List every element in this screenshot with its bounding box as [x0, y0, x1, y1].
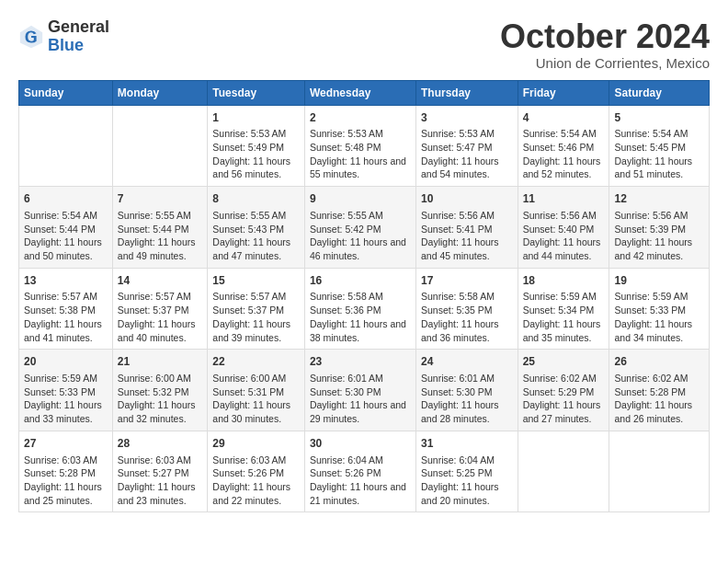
calendar-table: SundayMondayTuesdayWednesdayThursdayFrid… [18, 80, 710, 513]
day-info: Sunrise: 6:02 AM Sunset: 5:28 PM Dayligh… [614, 372, 704, 426]
day-number: 22 [212, 354, 300, 370]
day-info: Sunrise: 6:04 AM Sunset: 5:26 PM Dayligh… [310, 454, 411, 508]
day-cell: 27Sunrise: 6:03 AM Sunset: 5:28 PM Dayli… [19, 431, 113, 512]
day-cell: 31Sunrise: 6:04 AM Sunset: 5:25 PM Dayli… [415, 431, 518, 512]
day-number: 4 [523, 110, 605, 126]
day-cell: 23Sunrise: 6:01 AM Sunset: 5:30 PM Dayli… [304, 350, 415, 431]
day-cell: 24Sunrise: 6:01 AM Sunset: 5:30 PM Dayli… [415, 350, 518, 431]
day-number: 19 [614, 273, 704, 289]
logo: General Blue [18, 18, 109, 55]
day-cell: 12Sunrise: 5:56 AM Sunset: 5:39 PM Dayli… [609, 187, 710, 269]
day-cell [19, 105, 113, 187]
day-cell [518, 431, 609, 512]
day-cell: 28Sunrise: 6:03 AM Sunset: 5:27 PM Dayli… [112, 431, 208, 512]
day-number: 10 [421, 191, 513, 207]
day-info: Sunrise: 5:55 AM Sunset: 5:43 PM Dayligh… [212, 209, 300, 263]
day-header-thursday: Thursday [415, 80, 518, 105]
day-number: 5 [614, 110, 704, 126]
day-cell: 29Sunrise: 6:03 AM Sunset: 5:26 PM Dayli… [208, 431, 305, 512]
week-row-2: 6Sunrise: 5:54 AM Sunset: 5:44 PM Daylig… [19, 187, 710, 269]
day-info: Sunrise: 5:54 AM Sunset: 5:46 PM Dayligh… [523, 127, 605, 181]
day-info: Sunrise: 5:56 AM Sunset: 5:40 PM Dayligh… [523, 209, 605, 263]
week-row-3: 13Sunrise: 5:57 AM Sunset: 5:38 PM Dayli… [19, 268, 710, 350]
day-number: 27 [24, 436, 108, 452]
day-info: Sunrise: 5:53 AM Sunset: 5:48 PM Dayligh… [310, 127, 411, 181]
day-number: 31 [421, 436, 513, 452]
day-number: 11 [523, 191, 605, 207]
day-header-saturday: Saturday [609, 80, 710, 105]
day-cell: 13Sunrise: 5:57 AM Sunset: 5:38 PM Dayli… [19, 268, 113, 350]
week-row-1: 1Sunrise: 5:53 AM Sunset: 5:49 PM Daylig… [19, 105, 710, 187]
day-cell: 4Sunrise: 5:54 AM Sunset: 5:46 PM Daylig… [518, 105, 609, 187]
day-number: 1 [212, 110, 300, 126]
day-info: Sunrise: 5:56 AM Sunset: 5:41 PM Dayligh… [421, 209, 513, 263]
day-number: 6 [24, 191, 108, 207]
day-cell: 6Sunrise: 5:54 AM Sunset: 5:44 PM Daylig… [19, 187, 113, 269]
day-number: 2 [310, 110, 411, 126]
day-number: 20 [24, 354, 108, 370]
day-number: 18 [523, 273, 605, 289]
day-info: Sunrise: 5:57 AM Sunset: 5:37 PM Dayligh… [212, 290, 300, 344]
day-cell: 18Sunrise: 5:59 AM Sunset: 5:34 PM Dayli… [518, 268, 609, 350]
day-info: Sunrise: 5:58 AM Sunset: 5:35 PM Dayligh… [421, 290, 513, 344]
day-cell: 25Sunrise: 6:02 AM Sunset: 5:29 PM Dayli… [518, 350, 609, 431]
calendar-header: SundayMondayTuesdayWednesdayThursdayFrid… [19, 80, 710, 105]
day-info: Sunrise: 6:02 AM Sunset: 5:29 PM Dayligh… [523, 372, 605, 426]
day-cell: 1Sunrise: 5:53 AM Sunset: 5:49 PM Daylig… [208, 105, 305, 187]
week-row-4: 20Sunrise: 5:59 AM Sunset: 5:33 PM Dayli… [19, 350, 710, 431]
day-cell [609, 431, 710, 512]
day-number: 12 [614, 191, 704, 207]
month-title: October 2024 [500, 18, 710, 55]
day-info: Sunrise: 6:03 AM Sunset: 5:28 PM Dayligh… [24, 454, 108, 508]
day-header-monday: Monday [112, 80, 208, 105]
header-row: SundayMondayTuesdayWednesdayThursdayFrid… [19, 80, 710, 105]
logo-icon [18, 24, 44, 50]
day-number: 3 [421, 110, 513, 126]
day-info: Sunrise: 5:55 AM Sunset: 5:44 PM Dayligh… [118, 209, 203, 263]
calendar-body: 1Sunrise: 5:53 AM Sunset: 5:49 PM Daylig… [19, 105, 710, 512]
day-info: Sunrise: 6:03 AM Sunset: 5:27 PM Dayligh… [118, 454, 203, 508]
day-cell: 20Sunrise: 5:59 AM Sunset: 5:33 PM Dayli… [19, 350, 113, 431]
day-info: Sunrise: 5:57 AM Sunset: 5:38 PM Dayligh… [24, 290, 108, 344]
logo-text: General Blue [48, 18, 109, 55]
day-cell: 16Sunrise: 5:58 AM Sunset: 5:36 PM Dayli… [304, 268, 415, 350]
day-number: 25 [523, 354, 605, 370]
day-header-friday: Friday [518, 80, 609, 105]
day-info: Sunrise: 5:56 AM Sunset: 5:39 PM Dayligh… [614, 209, 704, 263]
day-header-wednesday: Wednesday [304, 80, 415, 105]
day-cell: 26Sunrise: 6:02 AM Sunset: 5:28 PM Dayli… [609, 350, 710, 431]
day-info: Sunrise: 5:54 AM Sunset: 5:45 PM Dayligh… [614, 127, 704, 181]
day-cell: 9Sunrise: 5:55 AM Sunset: 5:42 PM Daylig… [304, 187, 415, 269]
day-number: 28 [118, 436, 203, 452]
day-header-tuesday: Tuesday [208, 80, 305, 105]
day-number: 24 [421, 354, 513, 370]
day-cell: 11Sunrise: 5:56 AM Sunset: 5:40 PM Dayli… [518, 187, 609, 269]
day-info: Sunrise: 6:00 AM Sunset: 5:32 PM Dayligh… [118, 372, 203, 426]
day-info: Sunrise: 5:55 AM Sunset: 5:42 PM Dayligh… [310, 209, 411, 263]
day-info: Sunrise: 5:57 AM Sunset: 5:37 PM Dayligh… [118, 290, 203, 344]
day-number: 26 [614, 354, 704, 370]
day-number: 16 [310, 273, 411, 289]
day-cell: 19Sunrise: 5:59 AM Sunset: 5:33 PM Dayli… [609, 268, 710, 350]
day-info: Sunrise: 5:59 AM Sunset: 5:33 PM Dayligh… [24, 372, 108, 426]
day-cell: 21Sunrise: 6:00 AM Sunset: 5:32 PM Dayli… [112, 350, 208, 431]
day-cell: 8Sunrise: 5:55 AM Sunset: 5:43 PM Daylig… [208, 187, 305, 269]
day-header-sunday: Sunday [19, 80, 113, 105]
day-info: Sunrise: 5:59 AM Sunset: 5:33 PM Dayligh… [614, 290, 704, 344]
day-number: 8 [212, 191, 300, 207]
day-number: 9 [310, 191, 411, 207]
day-info: Sunrise: 6:01 AM Sunset: 5:30 PM Dayligh… [421, 372, 513, 426]
day-info: Sunrise: 5:53 AM Sunset: 5:47 PM Dayligh… [421, 127, 513, 181]
day-info: Sunrise: 6:03 AM Sunset: 5:26 PM Dayligh… [212, 454, 300, 508]
day-number: 7 [118, 191, 203, 207]
day-number: 30 [310, 436, 411, 452]
day-cell: 22Sunrise: 6:00 AM Sunset: 5:31 PM Dayli… [208, 350, 305, 431]
day-number: 13 [24, 273, 108, 289]
day-info: Sunrise: 5:53 AM Sunset: 5:49 PM Dayligh… [212, 127, 300, 181]
page-header: General Blue October 2024 Union de Corri… [18, 18, 710, 71]
day-cell [112, 105, 208, 187]
day-cell: 30Sunrise: 6:04 AM Sunset: 5:26 PM Dayli… [304, 431, 415, 512]
day-number: 23 [310, 354, 411, 370]
day-number: 29 [212, 436, 300, 452]
day-cell: 14Sunrise: 5:57 AM Sunset: 5:37 PM Dayli… [112, 268, 208, 350]
